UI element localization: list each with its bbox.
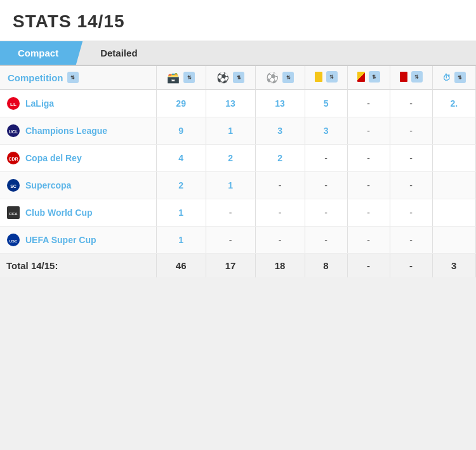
comp-cell-club-world-cup: FIFA Club World Cup [0, 199, 156, 227]
apps-icon: 🗃️ [167, 72, 180, 84]
svg-text:CDR: CDR [8, 157, 18, 161]
extra-icon: ⏱ [442, 73, 451, 83]
total-label: Total 14/15: [0, 254, 156, 278]
cell-assists-uefa-super-cup: - [255, 227, 305, 254]
tab-detailed[interactable]: Detailed [83, 41, 155, 65]
comp-name-uefa-super-cup: UEFA Super Cup [25, 235, 96, 245]
table-row: FIFA Club World Cup 1----- [0, 199, 476, 227]
cell-half-red-laliga: - [347, 89, 390, 117]
sort-extra[interactable]: ⇅ [454, 72, 466, 83]
red-card-icon [400, 72, 407, 82]
table-header-row: Competition ⇅ 🗃️ ⇅ ⚽ ⇅ [0, 66, 476, 89]
cell-red-club-world-cup: - [390, 199, 432, 227]
total-extra: 3 [432, 254, 475, 278]
col-extra: ⏱ ⇅ [432, 66, 475, 89]
table-row: SC Supercopa 21---- [0, 172, 476, 199]
total-red: - [390, 254, 432, 278]
cell-yellow-supercopa: - [305, 172, 347, 199]
cell-half-red-copa-del-rey: - [347, 145, 390, 172]
cell-red-copa-del-rey: - [390, 145, 432, 172]
cell-half-red-uefa-super-cup: - [347, 227, 390, 254]
col-half-red: ⇅ [347, 66, 390, 89]
total-assists: 18 [255, 254, 305, 278]
total-apps: 46 [156, 254, 206, 278]
comp-icon-supercopa: SC [6, 178, 20, 192]
cell-goals-uefa-super-cup: - [206, 227, 255, 254]
comp-name-supercopa: Supercopa [25, 180, 71, 190]
cell-apps-copa-del-rey: 4 [156, 145, 206, 172]
comp-name-club-world-cup: Club World Cup [25, 208, 93, 218]
main-container: STATS 14/15 Compact Detailed Competition… [0, 0, 476, 277]
comp-cell-champions-league: UCL Champions League [0, 117, 156, 145]
assists-icon: ⚽ [266, 72, 279, 84]
stats-table: Competition ⇅ 🗃️ ⇅ ⚽ ⇅ [0, 66, 476, 277]
cell-assists-club-world-cup: - [255, 199, 305, 227]
sort-half-red[interactable]: ⇅ [369, 71, 380, 83]
cell-yellow-club-world-cup: - [305, 199, 347, 227]
cell-red-laliga: - [390, 89, 432, 117]
comp-icon-copa-del-rey: CDR [6, 151, 20, 165]
stats-header: STATS 14/15 [0, 0, 476, 41]
comp-cell-laliga: LL LaLiga [0, 89, 156, 117]
cell-extra-supercopa [432, 172, 475, 199]
col-assists: ⚽ ⇅ [255, 66, 305, 89]
col-competition: Competition ⇅ [0, 66, 156, 89]
sort-red[interactable]: ⇅ [411, 71, 423, 83]
comp-name-copa-del-rey: Copa del Rey [25, 153, 82, 163]
cell-extra-uefa-super-cup [432, 227, 475, 254]
total-row: Total 14/15:4617188--3 [0, 254, 476, 278]
sort-goals[interactable]: ⇅ [233, 72, 244, 83]
cell-extra-copa-del-rey [432, 145, 475, 172]
total-yellow: 8 [305, 254, 347, 278]
cell-extra-laliga: 2. [432, 89, 475, 117]
svg-text:SC: SC [10, 184, 17, 189]
cell-assists-copa-del-rey: 2 [255, 145, 305, 172]
cell-goals-champions-league: 1 [206, 117, 255, 145]
comp-icon-club-world-cup: FIFA [6, 206, 20, 220]
sort-yellow[interactable]: ⇅ [326, 71, 338, 83]
col-yellow: ⇅ [305, 66, 347, 89]
cell-red-champions-league: - [390, 117, 432, 145]
stats-table-wrapper: Competition ⇅ 🗃️ ⇅ ⚽ ⇅ [0, 66, 476, 277]
comp-icon-uefa-super-cup: USC [6, 233, 20, 247]
cell-goals-copa-del-rey: 2 [206, 145, 255, 172]
cell-assists-champions-league: 3 [255, 117, 305, 145]
cell-assists-supercopa: - [255, 172, 305, 199]
cell-yellow-copa-del-rey: - [305, 145, 347, 172]
cell-half-red-champions-league: - [347, 117, 390, 145]
tabs-row: Compact Detailed [0, 41, 476, 66]
col-apps: 🗃️ ⇅ [156, 66, 206, 89]
cell-goals-supercopa: 1 [206, 172, 255, 199]
sort-assists[interactable]: ⇅ [282, 72, 294, 83]
page-title: STATS 14/15 [13, 11, 124, 31]
col-red: ⇅ [390, 66, 432, 89]
half-red-card-icon [357, 72, 365, 82]
comp-cell-supercopa: SC Supercopa [0, 172, 156, 199]
yellow-card-icon [315, 72, 322, 82]
cell-apps-laliga: 29 [156, 89, 206, 117]
sort-competition[interactable]: ⇅ [67, 72, 79, 83]
cell-apps-supercopa: 2 [156, 172, 206, 199]
cell-goals-club-world-cup: - [206, 199, 255, 227]
cell-apps-uefa-super-cup: 1 [156, 227, 206, 254]
svg-text:UCL: UCL [9, 129, 18, 134]
total-half_red: - [347, 254, 390, 278]
svg-text:LL: LL [10, 102, 17, 107]
comp-name-champions-league: Champions League [25, 126, 107, 136]
cell-goals-laliga: 13 [206, 89, 255, 117]
comp-cell-copa-del-rey: CDR Copa del Rey [0, 145, 156, 172]
table-row: LL LaLiga 2913135--2. [0, 89, 476, 117]
cell-half-red-supercopa: - [347, 172, 390, 199]
tab-compact[interactable]: Compact [0, 41, 83, 65]
cell-yellow-champions-league: 3 [305, 117, 347, 145]
table-row: UCL Champions League 9133-- [0, 117, 476, 145]
comp-icon-champions-league: UCL [6, 124, 20, 138]
competition-label: Competition [8, 72, 63, 83]
goals-icon: ⚽ [216, 72, 229, 84]
col-goals: ⚽ ⇅ [206, 66, 255, 89]
total-goals: 17 [206, 254, 255, 278]
cell-apps-club-world-cup: 1 [156, 199, 206, 227]
cell-assists-laliga: 13 [255, 89, 305, 117]
sort-apps[interactable]: ⇅ [183, 72, 195, 83]
cell-yellow-laliga: 5 [305, 89, 347, 117]
